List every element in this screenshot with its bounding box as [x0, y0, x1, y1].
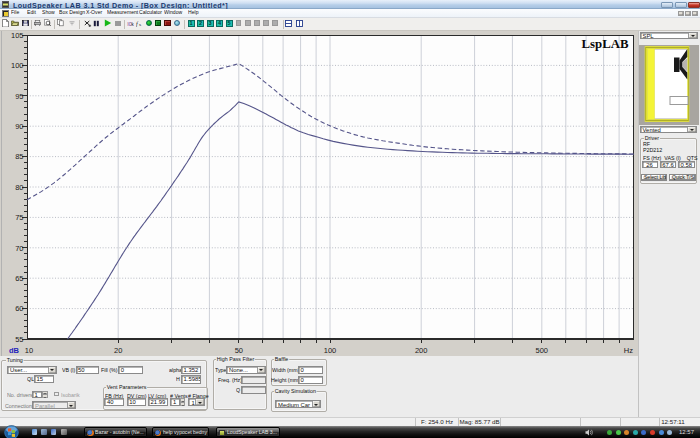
svg-text:105: 105 — [11, 31, 24, 40]
svg-text:k: k — [131, 21, 134, 26]
svg-text:70: 70 — [15, 244, 23, 253]
svg-text:LspLAB: LspLAB — [582, 37, 629, 51]
svg-text:500: 500 — [536, 346, 549, 355]
svg-text:20: 20 — [114, 346, 122, 355]
svg-text:100: 100 — [11, 61, 24, 70]
svg-text:90: 90 — [15, 122, 23, 131]
svg-text:Hz: Hz — [624, 346, 633, 355]
svg-text:100: 100 — [324, 346, 337, 355]
svg-text:60: 60 — [15, 304, 23, 313]
svg-text:95: 95 — [15, 92, 23, 101]
svg-text:65: 65 — [15, 274, 23, 283]
svg-text:s: s — [139, 22, 141, 27]
svg-text:50: 50 — [235, 346, 243, 355]
svg-text:55: 55 — [15, 335, 23, 344]
svg-text:200: 200 — [415, 346, 428, 355]
svg-text:10: 10 — [25, 346, 33, 355]
svg-text:75: 75 — [15, 213, 23, 222]
svg-text:dB: dB — [9, 346, 20, 355]
svg-text:80: 80 — [15, 183, 23, 192]
svg-text:85: 85 — [15, 152, 23, 161]
